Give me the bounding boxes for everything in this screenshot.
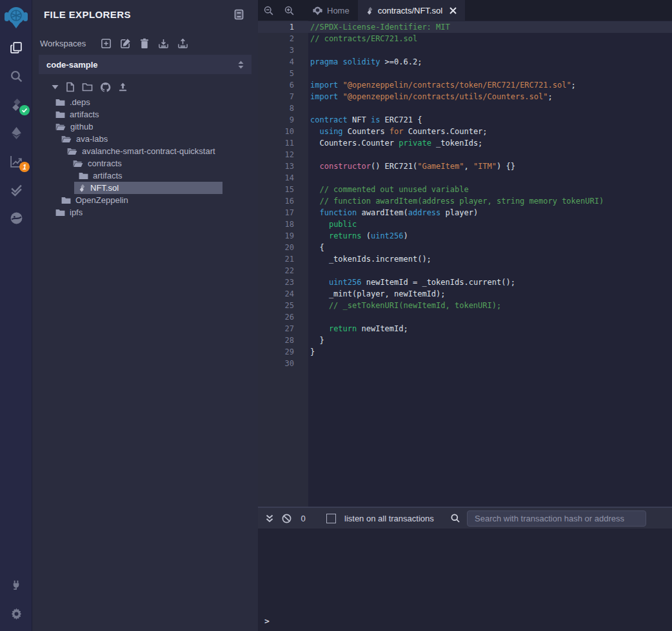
tree-item-openzeppelin[interactable]: OpenZeppelin — [61, 194, 258, 206]
terminal-output[interactable]: > — [258, 529, 672, 631]
code-line-12[interactable]: 12 — [258, 149, 672, 160]
tree-item-avalanche-smart-contract-quickstart[interactable]: avalanche-smart-contract-quickstart — [67, 145, 258, 157]
tab-contracts-nft-sol[interactable]: contracts/NFT.sol — [358, 0, 465, 21]
listen-transactions-checkbox[interactable] — [326, 514, 336, 523]
code-line-11[interactable]: 11 Counters.Counter private _tokenIds; — [258, 137, 672, 149]
remix-logo[interactable] — [0, 0, 32, 34]
deploy-run-icon[interactable] — [0, 119, 32, 147]
new-folder-icon[interactable] — [82, 83, 93, 92]
code-text: // function awardItem(address player, st… — [294, 195, 604, 207]
code-line-24[interactable]: 24 _mint(player, newItemId); — [258, 288, 672, 300]
close-icon[interactable] — [450, 7, 457, 14]
tree-item-label: artifacts — [70, 110, 99, 119]
code-line-25[interactable]: 25 // _setTokenURI(newItemId, tokenURI); — [258, 300, 672, 311]
code-text: pragma solidity >=0.6.2; — [294, 56, 422, 68]
tree-item-artifacts[interactable]: artifacts — [79, 170, 258, 182]
code-line-17[interactable]: 17 function awardItem(address player) — [258, 207, 672, 218]
sourcify-icon[interactable] — [0, 204, 32, 232]
new-file-icon[interactable] — [66, 82, 75, 92]
code-line-8[interactable]: 8 — [258, 102, 672, 114]
line-number: 7 — [258, 91, 294, 102]
tree-item-label: artifacts — [93, 171, 123, 180]
code-line-19[interactable]: 19 returns (uint256) — [258, 230, 672, 242]
code-line-3[interactable]: 3 — [258, 44, 672, 56]
code-text — [294, 149, 310, 160]
code-line-15[interactable]: 15 // commented out unused variable — [258, 184, 672, 195]
solidity-compiler-icon[interactable] — [0, 90, 32, 119]
folder-open-icon — [67, 148, 77, 155]
code-editor[interactable]: 1//SPDX-License-Identifier: MIT2// contr… — [258, 21, 672, 507]
github-icon[interactable] — [100, 82, 111, 93]
tree-item-contracts[interactable]: contracts — [73, 157, 258, 170]
tree-item-label: ava-labs — [76, 134, 108, 144]
create-workspace-icon[interactable] — [101, 38, 112, 49]
transaction-search-input[interactable] — [467, 510, 646, 527]
code-line-20[interactable]: 20 { — [258, 242, 672, 253]
collapse-caret-icon[interactable] — [52, 84, 59, 90]
plugin-icon-sidebar: 1 — [0, 0, 32, 631]
code-line-21[interactable]: 21 _tokenIds.increment(); — [258, 253, 672, 265]
unit-testing-icon[interactable] — [0, 175, 32, 204]
code-line-10[interactable]: 10 using Counters for Counters.Counter; — [258, 126, 672, 137]
line-number: 24 — [258, 288, 294, 300]
settings-icon[interactable] — [0, 599, 32, 627]
tree-item-nft-sol[interactable]: NFT.sol — [74, 182, 222, 194]
delete-workspace-icon[interactable] — [139, 38, 150, 49]
line-number: 3 — [258, 44, 294, 56]
zoom-out-icon[interactable] — [258, 0, 279, 21]
folder-open-icon — [55, 123, 66, 131]
code-line-1[interactable]: 1//SPDX-License-Identifier: MIT — [258, 21, 672, 33]
search-icon[interactable] — [0, 62, 32, 90]
code-line-28[interactable]: 28 } — [258, 335, 672, 346]
clear-console-icon[interactable] — [282, 514, 292, 523]
code-line-26[interactable]: 26 — [258, 311, 672, 323]
code-line-29[interactable]: 29} — [258, 346, 672, 358]
code-line-23[interactable]: 23 uint256 newItemId = _tokenIds.current… — [258, 277, 672, 288]
code-line-16[interactable]: 16 // function awardItem(address player,… — [258, 195, 672, 207]
code-line-14[interactable]: 14 — [258, 172, 672, 184]
plugin-manager-icon[interactable] — [0, 570, 32, 599]
file-explorer-icon[interactable] — [0, 34, 32, 62]
folder-closed-icon — [61, 197, 71, 204]
line-number: 26 — [258, 311, 294, 323]
download-workspaces-icon[interactable] — [158, 38, 169, 49]
code-line-13[interactable]: 13 constructor() ERC721("GameItem", "ITM… — [258, 160, 672, 172]
tree-item-label: .deps — [70, 97, 90, 107]
code-text: { — [294, 242, 324, 253]
code-text: // contracts/ERC721.sol — [294, 33, 417, 44]
tab-label: contracts/NFT.sol — [378, 6, 442, 15]
rename-workspace-icon[interactable] — [120, 38, 131, 49]
code-line-5[interactable]: 5 — [258, 68, 672, 79]
restore-workspaces-icon[interactable] — [177, 38, 188, 49]
folder-closed-icon — [55, 209, 65, 217]
statistics-icon[interactable]: 1 — [0, 147, 32, 175]
code-line-30[interactable]: 30 — [258, 358, 672, 369]
tree-item-ipfs[interactable]: ipfs — [55, 206, 258, 218]
tree-item-label: NFT.sol — [90, 183, 119, 193]
workspace-selected-value: code-sample — [46, 60, 97, 70]
line-number: 19 — [258, 230, 294, 242]
code-text: contract NFT is ERC721 { — [294, 114, 422, 126]
zoom-in-icon[interactable] — [279, 0, 299, 21]
code-line-6[interactable]: 6import "@openzeppelin/contracts/token/E… — [258, 79, 672, 91]
code-line-4[interactable]: 4pragma solidity >=0.6.2; — [258, 56, 672, 68]
code-text: // _setTokenURI(newItemId, tokenURI); — [294, 300, 501, 311]
tree-item-artifacts[interactable]: artifacts — [55, 108, 258, 121]
expand-terminal-icon[interactable] — [266, 514, 273, 523]
code-line-2[interactable]: 2// contracts/ERC721.sol — [258, 33, 672, 44]
tab-home[interactable]: Home — [304, 0, 358, 21]
tree-item--deps[interactable]: .deps — [55, 96, 258, 108]
publish-icon[interactable] — [118, 83, 128, 92]
code-line-27[interactable]: 27 return newItemId; — [258, 323, 672, 335]
workspace-select[interactable]: code-sample — [39, 55, 252, 74]
code-line-9[interactable]: 9contract NFT is ERC721 { — [258, 114, 672, 126]
book-icon[interactable] — [234, 9, 244, 20]
line-number: 4 — [258, 56, 294, 68]
code-line-18[interactable]: 18 public — [258, 218, 672, 230]
line-number: 18 — [258, 218, 294, 230]
code-line-7[interactable]: 7import "@openzeppelin/contracts/utils/C… — [258, 91, 672, 102]
code-line-22[interactable]: 22 — [258, 265, 672, 277]
tree-item-github[interactable]: github — [55, 121, 258, 133]
tree-item-ava-labs[interactable]: ava-labs — [61, 133, 258, 145]
code-text: function awardItem(address player) — [294, 207, 478, 218]
